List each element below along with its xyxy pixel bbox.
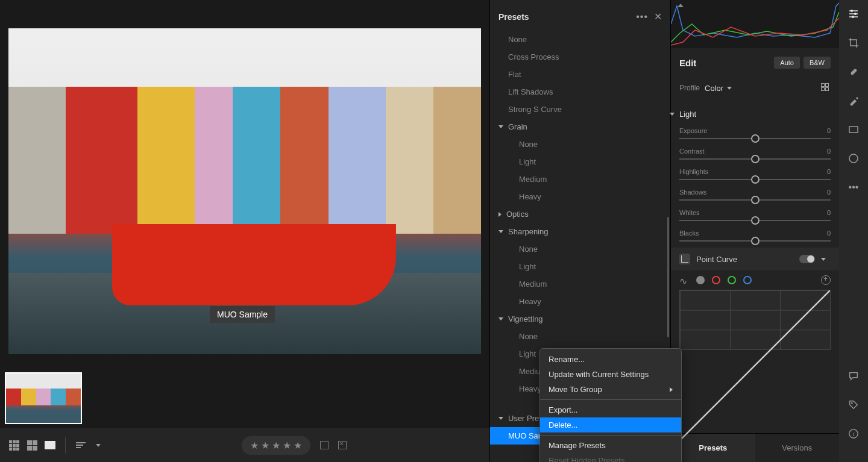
preset-item[interactable]: Heavy <box>490 293 670 310</box>
preset-item[interactable]: Strong S Curve <box>490 101 670 118</box>
preset-item[interactable]: None <box>490 31 670 48</box>
channel-luminance[interactable] <box>696 276 705 284</box>
edit-title: Edit <box>679 58 770 68</box>
preset-item[interactable]: Medium <box>490 170 670 188</box>
curve-icon <box>679 254 690 264</box>
image-canvas[interactable]: MUO Sample <box>0 0 489 368</box>
svg-point-6 <box>849 154 858 163</box>
comment-icon[interactable] <box>847 369 860 382</box>
highlights-slider[interactable]: Highlights0 <box>671 166 839 186</box>
bw-button[interactable]: B&W <box>804 57 831 69</box>
chevron-down-icon <box>670 113 675 116</box>
preset-item[interactable]: Heavy <box>490 188 670 205</box>
context-menu: Rename... Update with Current Settings M… <box>539 348 682 462</box>
preset-item[interactable]: Lift Shadows <box>490 83 670 101</box>
profile-value: Color <box>705 84 723 93</box>
radial-gradient-icon[interactable] <box>847 152 860 165</box>
star-icon[interactable]: ★ <box>283 440 291 451</box>
channel-green[interactable] <box>728 276 736 284</box>
thumbnail-selected[interactable] <box>5 372 82 424</box>
rating-stars[interactable]: ★ ★ ★ ★ ★ <box>242 436 310 455</box>
profile-label: Profile <box>679 84 700 92</box>
shadows-slider[interactable]: Shadows0 <box>671 186 839 207</box>
brush-icon[interactable] <box>847 94 860 107</box>
preset-group-vignetting[interactable]: Vignetting <box>490 310 670 328</box>
chevron-right-icon <box>498 212 502 217</box>
preset-item[interactable]: Flat <box>490 66 670 83</box>
star-icon[interactable]: ★ <box>261 440 269 451</box>
presets-panel-title: Presets <box>498 12 636 22</box>
preset-item[interactable]: Light <box>490 258 670 275</box>
preset-group-sharpening[interactable]: Sharpening <box>490 223 670 240</box>
light-section-header[interactable]: Light <box>671 104 839 125</box>
preset-item[interactable]: None <box>490 240 670 258</box>
sort-chevron-icon[interactable] <box>96 444 101 447</box>
curve-channels: ∿ <box>671 270 839 290</box>
point-curve-toggle[interactable] <box>799 255 815 263</box>
preset-item[interactable]: Cross Process <box>490 48 670 66</box>
add-point-icon[interactable] <box>821 275 831 285</box>
edit-panel: Edit Auto B&W Profile Color Light Exposu… <box>670 0 839 462</box>
contrast-slider[interactable]: Contrast0 <box>671 145 839 166</box>
sort-button[interactable] <box>74 440 87 451</box>
channel-blue[interactable] <box>743 276 752 284</box>
svg-rect-5 <box>849 126 858 133</box>
auto-button[interactable]: Auto <box>774 57 800 69</box>
ctx-rename[interactable]: Rename... <box>540 352 681 367</box>
close-icon[interactable]: ✕ <box>654 11 662 22</box>
info-icon[interactable]: i <box>847 427 860 440</box>
tone-curve[interactable] <box>679 290 831 350</box>
single-view-icon[interactable] <box>43 440 57 451</box>
preset-item[interactable]: None <box>490 328 670 345</box>
chevron-down-icon <box>498 417 503 420</box>
star-icon[interactable]: ★ <box>294 440 302 451</box>
profile-selector[interactable]: Profile Color <box>671 77 839 104</box>
collapse-histogram-icon[interactable] <box>678 4 684 7</box>
star-icon[interactable]: ★ <box>250 440 259 451</box>
ctx-export[interactable]: Export... <box>540 402 681 417</box>
preset-item[interactable]: None <box>490 136 670 153</box>
histogram[interactable] <box>671 0 839 48</box>
chevron-down-icon <box>498 317 503 320</box>
more-icon[interactable]: ••• <box>847 181 860 194</box>
ctx-manage-presets[interactable]: Manage Presets <box>540 438 681 453</box>
tag-icon[interactable] <box>847 398 860 411</box>
svg-text:i: i <box>853 431 855 437</box>
presets-options-icon[interactable]: ••• <box>636 11 648 22</box>
chevron-down-icon <box>727 87 732 90</box>
ctx-delete[interactable]: Delete... <box>540 417 681 432</box>
parametric-curve-icon[interactable]: ∿ <box>679 275 689 285</box>
svg-line-0 <box>680 290 830 440</box>
preset-group-optics[interactable]: Optics <box>490 205 670 223</box>
preset-group-grain[interactable]: Grain <box>490 118 670 136</box>
svg-point-1 <box>851 10 853 12</box>
preset-item[interactable]: Light <box>490 153 670 170</box>
star-icon[interactable]: ★ <box>272 440 280 451</box>
exposure-slider[interactable]: Exposure0 <box>671 125 839 145</box>
flag-pick-icon[interactable] <box>320 441 329 449</box>
preset-item[interactable]: Medium <box>490 275 670 293</box>
tool-rail: ••• i <box>839 0 868 462</box>
grid-large-view-icon[interactable] <box>25 440 39 451</box>
profile-browser-icon[interactable] <box>821 83 831 93</box>
chevron-down-icon[interactable] <box>821 258 826 261</box>
scrollbar[interactable] <box>667 217 669 337</box>
ctx-reset-hidden: Reset Hidden Presets <box>540 453 681 462</box>
ctx-move-to-group[interactable]: Move To Group <box>540 382 681 397</box>
healing-icon[interactable] <box>847 65 860 78</box>
main-photo <box>8 28 481 354</box>
svg-point-3 <box>852 16 854 18</box>
edit-sliders-icon[interactable] <box>847 7 860 20</box>
filmstrip[interactable] <box>0 368 489 428</box>
bottom-toolbar: ★ ★ ★ ★ ★ <box>0 428 489 462</box>
grid-small-view-icon[interactable] <box>7 440 20 451</box>
point-curve-header[interactable]: Point Curve <box>671 248 839 270</box>
linear-gradient-icon[interactable] <box>847 123 860 136</box>
ctx-update[interactable]: Update with Current Settings <box>540 367 681 382</box>
crop-icon[interactable] <box>847 36 860 49</box>
whites-slider[interactable]: Whites0 <box>671 207 839 227</box>
channel-red[interactable] <box>712 276 720 284</box>
chevron-down-icon <box>498 230 503 233</box>
flag-reject-icon[interactable] <box>338 441 347 449</box>
blacks-slider[interactable]: Blacks0 <box>671 227 839 248</box>
